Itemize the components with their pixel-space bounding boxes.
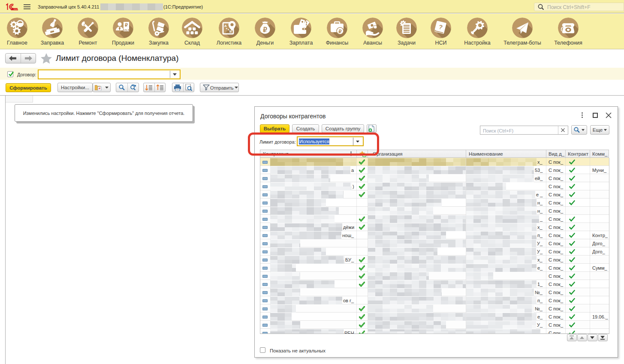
svg-text:A: A	[224, 24, 227, 28]
svg-text:₽: ₽	[125, 22, 128, 27]
svg-text:₽: ₽	[263, 26, 267, 33]
svg-text:₽: ₽	[339, 29, 342, 34]
svg-text:SALE: SALE	[123, 29, 130, 31]
